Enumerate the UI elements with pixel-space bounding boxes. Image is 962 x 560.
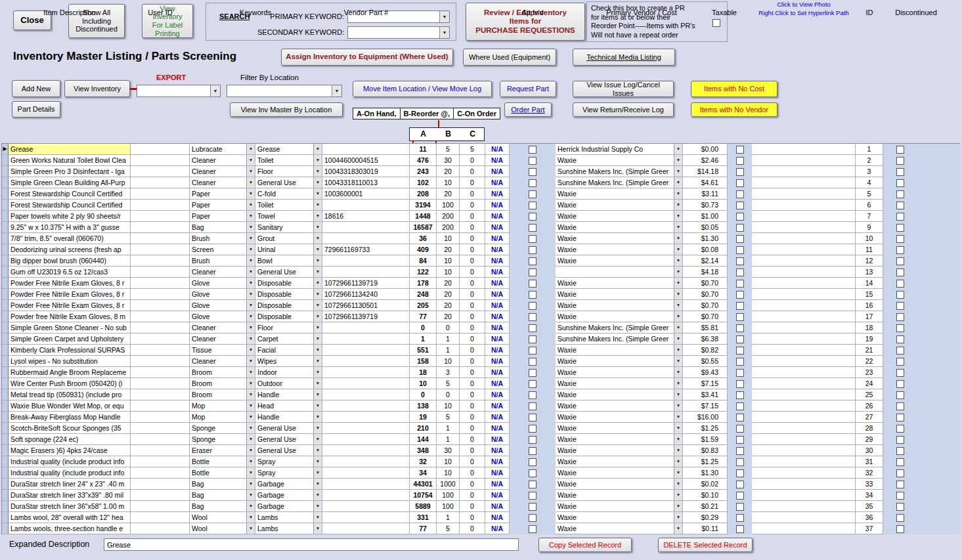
chevron-down-icon[interactable]: ▼ bbox=[246, 278, 255, 288]
request-part-button[interactable]: Request Part bbox=[500, 81, 556, 97]
chevron-down-icon[interactable]: ▼ bbox=[313, 501, 322, 511]
on-order-cell[interactable]: 0 bbox=[460, 445, 485, 456]
on-order-cell[interactable]: 0 bbox=[460, 289, 485, 300]
reorder-at-cell[interactable]: 20 bbox=[437, 188, 460, 200]
row-selector[interactable] bbox=[2, 423, 9, 434]
reorder-at-cell[interactable]: 0 bbox=[437, 389, 460, 400]
keyword2-cell[interactable]: Handle▼ bbox=[255, 389, 322, 400]
chevron-down-icon[interactable]: ▼ bbox=[674, 278, 682, 288]
vendor-part-cell[interactable]: 729661169733 bbox=[322, 244, 410, 255]
item-description-cell[interactable]: Industrial quality (include product info bbox=[9, 467, 131, 479]
row-selector[interactable] bbox=[2, 356, 9, 367]
primary-vendor-cell[interactable]: Waxie▼ bbox=[556, 345, 683, 356]
user-id-cell[interactable] bbox=[131, 334, 190, 345]
item-description-cell[interactable]: Gum off U23019 6.5 oz 12/cas3 bbox=[9, 267, 131, 278]
cost-cell[interactable]: $16.00 bbox=[683, 412, 728, 423]
chevron-down-icon[interactable]: ▼ bbox=[246, 389, 255, 400]
chevron-down-icon[interactable]: ▼ bbox=[674, 412, 682, 422]
vendor-part-cell[interactable]: 10043318110013 bbox=[322, 177, 410, 188]
photo-cell[interactable] bbox=[752, 523, 856, 534]
vendor-part-cell[interactable]: 10044600004515 bbox=[322, 155, 410, 166]
keyword1-cell[interactable]: Bag▼ bbox=[190, 479, 255, 490]
row-selector[interactable] bbox=[2, 389, 9, 400]
cost-cell[interactable]: $1.25 bbox=[683, 423, 728, 434]
user-id-cell[interactable] bbox=[131, 345, 190, 356]
chevron-down-icon[interactable]: ▼ bbox=[313, 289, 322, 299]
on-hand-cell[interactable]: 32 bbox=[410, 456, 437, 467]
discontinued-checkbox[interactable] bbox=[896, 380, 904, 388]
on-hand-cell[interactable]: 3194 bbox=[410, 200, 437, 211]
cost-cell[interactable]: $0.08 bbox=[683, 244, 728, 255]
row-selector[interactable] bbox=[2, 434, 9, 445]
approved-checkbox[interactable] bbox=[529, 224, 536, 232]
user-id-cell[interactable] bbox=[131, 389, 190, 400]
on-order-cell[interactable]: 0 bbox=[460, 211, 485, 222]
item-description-cell[interactable]: Lambs wool, 28" overall with 12" hea bbox=[9, 512, 131, 523]
row-selector[interactable]: ▶ bbox=[2, 144, 9, 155]
keyword1-cell[interactable]: Brush▼ bbox=[190, 255, 255, 267]
cost-cell[interactable]: $0.02 bbox=[683, 479, 728, 490]
photo-cell[interactable] bbox=[752, 467, 856, 479]
row-selector[interactable] bbox=[2, 188, 9, 200]
user-id-cell[interactable] bbox=[131, 188, 190, 200]
on-order-cell[interactable]: 0 bbox=[460, 177, 485, 188]
chevron-down-icon[interactable]: ▼ bbox=[246, 144, 255, 154]
user-id-cell[interactable] bbox=[131, 456, 190, 467]
cost-cell[interactable]: $9.43 bbox=[683, 367, 728, 378]
chevron-down-icon[interactable]: ▼ bbox=[313, 166, 322, 177]
chevron-down-icon[interactable]: ▼ bbox=[246, 267, 255, 277]
reorder-at-cell[interactable]: 20 bbox=[437, 311, 460, 322]
photo-cell[interactable] bbox=[752, 367, 856, 378]
on-order-cell[interactable]: 0 bbox=[460, 244, 485, 255]
row-selector[interactable] bbox=[2, 467, 9, 479]
approved-checkbox[interactable] bbox=[529, 492, 536, 500]
chevron-down-icon[interactable]: ▼ bbox=[674, 144, 682, 154]
photo-cell[interactable] bbox=[752, 378, 856, 389]
view-inv-master-by-location-button[interactable]: View Inv Master By Location bbox=[230, 102, 343, 117]
item-description-cell[interactable]: Lysol wipes - No substitution bbox=[9, 356, 131, 367]
chevron-down-icon[interactable]: ▼ bbox=[313, 367, 322, 377]
taxable-checkbox[interactable] bbox=[736, 224, 744, 232]
item-description-cell[interactable]: Magic Erasers )6) 4pks 24/case bbox=[9, 445, 131, 456]
photo-cell[interactable] bbox=[752, 289, 856, 300]
taxable-checkbox[interactable] bbox=[736, 436, 744, 444]
photo-cell[interactable] bbox=[752, 456, 856, 467]
vendor-part-cell[interactable] bbox=[322, 400, 410, 412]
row-selector[interactable] bbox=[2, 345, 9, 356]
cost-cell[interactable]: $0.29 bbox=[683, 512, 728, 523]
chevron-down-icon[interactable]: ▼ bbox=[674, 445, 682, 456]
user-id-cell[interactable] bbox=[131, 144, 190, 155]
user-id-cell[interactable] bbox=[131, 423, 190, 434]
user-id-cell[interactable] bbox=[131, 311, 190, 322]
chevron-down-icon[interactable]: ▼ bbox=[246, 467, 255, 478]
on-order-cell[interactable]: 0 bbox=[460, 434, 485, 445]
chevron-down-icon[interactable]: ▼ bbox=[246, 322, 255, 333]
approved-checkbox[interactable] bbox=[529, 257, 536, 265]
where-used-button[interactable]: Where Used (Equipment) bbox=[463, 49, 556, 66]
primary-vendor-cell[interactable]: ▼ bbox=[556, 267, 683, 278]
taxable-checkbox[interactable] bbox=[736, 402, 744, 410]
taxable-checkbox[interactable] bbox=[736, 168, 744, 176]
chevron-down-icon[interactable]: ▼ bbox=[674, 267, 682, 277]
user-id-cell[interactable] bbox=[131, 222, 190, 233]
row-selector[interactable] bbox=[2, 400, 9, 412]
taxable-checkbox[interactable] bbox=[736, 302, 744, 310]
chevron-down-icon[interactable]: ▼ bbox=[313, 378, 322, 389]
approved-checkbox[interactable] bbox=[529, 402, 536, 410]
reorder-at-cell[interactable]: 30 bbox=[437, 445, 460, 456]
keyword1-cell[interactable]: Bag▼ bbox=[190, 490, 255, 501]
approved-checkbox[interactable] bbox=[529, 447, 536, 455]
taxable-checkbox[interactable] bbox=[736, 425, 744, 433]
on-order-cell[interactable]: 0 bbox=[460, 200, 485, 211]
approved-checkbox[interactable] bbox=[529, 168, 536, 176]
chevron-down-icon[interactable]: ▼ bbox=[674, 512, 682, 523]
reorder-at-cell[interactable]: 1 bbox=[437, 423, 460, 434]
taxable-checkbox[interactable] bbox=[736, 269, 744, 276]
chevron-down-icon[interactable]: ▼ bbox=[674, 523, 682, 534]
discontinued-checkbox[interactable] bbox=[896, 302, 904, 310]
row-selector[interactable] bbox=[2, 244, 9, 255]
item-description-cell[interactable]: Soft sponage (224 ec) bbox=[9, 434, 131, 445]
item-description-cell[interactable]: Forest Stewardship Council Certified bbox=[9, 200, 131, 211]
row-selector[interactable] bbox=[2, 322, 9, 334]
chevron-down-icon[interactable]: ▼ bbox=[246, 211, 255, 221]
